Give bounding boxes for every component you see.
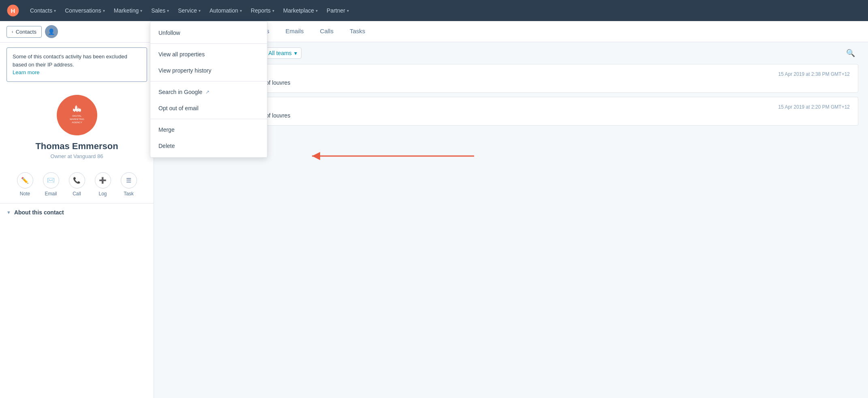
svg-text:H: H [11,8,15,14]
delete-label: Delete [158,143,175,149]
unfollow-label: Unfollow [158,30,180,36]
nav-item-automation[interactable]: Automation▾ [205,5,246,16]
left-sidebar: ‹ Contacts 👤 Some of this contact's acti… [0,21,154,398]
about-chevron-icon: ▼ [6,210,11,215]
call-icon: 📞 [69,172,85,188]
all-teams-chevron-icon: ▾ [294,50,297,56]
nav-chevron-reports: ▾ [272,9,274,13]
dropdown-item-view-all-properties[interactable]: View all properties [150,46,267,62]
task-label: Task [124,191,134,197]
nav-chevron-contacts: ▾ [54,9,56,13]
action-btn-task[interactable]: ☰ Task [121,172,137,197]
nav-label-conversations: Conversations [65,7,101,14]
nav-chevron-service: ▾ [199,9,201,13]
nav-label-partner: Partner [327,7,345,14]
all-teams-dropdown[interactable]: All teams ▾ [264,47,301,59]
person-icon: 👤 [48,28,55,35]
view-all-properties-label: View all properties [158,51,205,58]
tab-emails[interactable]: Emails [278,21,312,42]
all-teams-label: All teams [268,50,292,56]
nav-chevron-marketing: ▾ [140,9,142,13]
svg-text:DIGITAL: DIGITAL [72,115,82,117]
nav-chevron-sales: ▾ [167,9,169,13]
action-btn-log[interactable]: ➕ Log [95,172,111,197]
table-row: activity 15 Apr 2019 at 2:38 PM GMT+12 a… [164,64,858,93]
tab-tasks[interactable]: Tasks [342,21,373,42]
email-icon: ✉️ [43,172,59,188]
nav-item-service[interactable]: Service▾ [174,5,205,16]
action-btn-email[interactable]: ✉️ Email [43,172,59,197]
dropdown-item-search-google[interactable]: Search in Google ↗ [150,84,267,100]
alert-text: Some of this contact's activity has been… [13,53,127,68]
back-chevron-icon: ‹ [12,29,13,34]
note-icon: ✏️ [17,172,33,188]
main-layout: ‹ Contacts 👤 Some of this contact's acti… [0,21,868,398]
nav-chevron-partner: ▾ [347,9,349,13]
log-label: Log [98,191,107,197]
contact-action-buttons: ✏️ Note ✉️ Email 📞 Call ➕ Log ☰ Task [0,166,154,203]
about-section[interactable]: ▼ About this contact [0,203,154,221]
dropdown-divider-1 [150,43,267,44]
email-label: Email [45,191,57,197]
activity-search-button[interactable]: 🔍 [843,47,858,59]
dropdown-item-merge[interactable]: Merge [150,122,267,138]
top-nav: H Contacts▾Conversations▾Marketing▾Sales… [0,0,868,21]
dropdown-item-opt-out-email[interactable]: Opt out of email [150,100,267,116]
nav-item-contacts[interactable]: Contacts▾ [26,5,60,16]
dropdown-divider-3 [150,119,267,119]
nav-label-marketing: Marketing [114,7,139,14]
learn-more-link[interactable]: Learn more [13,69,39,75]
nav-item-reports[interactable]: Reports▾ [247,5,278,16]
table-row: activity 15 Apr 2019 at 2:20 PM GMT+12 a… [164,97,858,126]
tab-calls[interactable]: Calls [312,21,342,42]
dropdown-divider-2 [150,81,267,81]
activity-desc-2: as Emmerson opened Aurae's range of louv… [172,112,850,119]
contact-title: Owner at Vanguard 86 [51,153,103,159]
search-google-label: Search in Google [158,89,202,95]
dropdown-item-unfollow[interactable]: Unfollow [150,25,267,41]
nav-item-marketing[interactable]: Marketing▾ [110,5,146,16]
alert-box: Some of this contact's activity has been… [6,47,147,82]
nav-label-service: Service [178,7,197,14]
back-label: Contacts [16,29,36,35]
nav-label-contacts: Contacts [30,7,52,14]
svg-text:MARKETING: MARKETING [70,118,84,120]
nav-chevron-conversations: ▾ [103,9,105,13]
action-btn-call[interactable]: 📞 Call [69,172,85,197]
activity-time: 15 Apr 2019 at 2:38 PM GMT+12 [778,71,850,77]
about-header[interactable]: ▼ About this contact [6,209,147,216]
nav-label-automation: Automation [210,7,238,14]
contacts-back-bar: ‹ Contacts 👤 [0,21,154,43]
hubspot-logo[interactable]: H [6,4,19,17]
call-label: Call [73,191,81,197]
dropdown-item-delete[interactable]: Delete [150,138,267,154]
nav-chevron-marketplace: ▾ [316,9,318,13]
activity-time-2: 15 Apr 2019 at 2:20 PM GMT+12 [778,104,850,110]
nav-item-conversations[interactable]: Conversations▾ [61,5,109,16]
contact-name: Thomas Emmerson [35,141,118,152]
dropdown-item-view-property-history[interactable]: View property history [150,62,267,79]
nav-label-marketplace: Marketplace [283,7,314,14]
nav-chevron-automation: ▾ [240,9,242,13]
about-label: About this contact [14,209,64,216]
contact-profile: V86 DIGITAL MARKETING AGENCY Thomas Emme… [0,87,154,166]
task-icon: ☰ [121,172,137,188]
activity-desc: as Emmerson opened Aurae's range of louv… [172,79,850,86]
svg-text:AGENCY: AGENCY [72,121,82,124]
action-btn-note[interactable]: ✏️ Note [17,172,33,197]
nav-item-sales[interactable]: Sales▾ [147,5,173,16]
note-label: Note [20,191,30,197]
activity-item-header-2: activity 15 Apr 2019 at 2:20 PM GMT+12 [172,104,850,110]
external-link-icon: ↗ [205,89,210,95]
merge-label: Merge [158,126,175,133]
nav-item-marketplace[interactable]: Marketplace▾ [279,5,322,16]
log-icon: ➕ [95,172,111,188]
contact-avatar: V86 DIGITAL MARKETING AGENCY [57,95,97,135]
activity-item-header: activity 15 Apr 2019 at 2:38 PM GMT+12 [172,71,850,77]
back-to-contacts-button[interactable]: ‹ Contacts [6,26,42,38]
nav-items: Contacts▾Conversations▾Marketing▾Sales▾S… [26,5,353,16]
nav-label-sales: Sales [151,7,165,14]
nav-item-partner[interactable]: Partner▾ [323,5,353,16]
opt-out-email-label: Opt out of email [158,105,199,111]
person-icon-button[interactable]: 👤 [45,25,58,38]
